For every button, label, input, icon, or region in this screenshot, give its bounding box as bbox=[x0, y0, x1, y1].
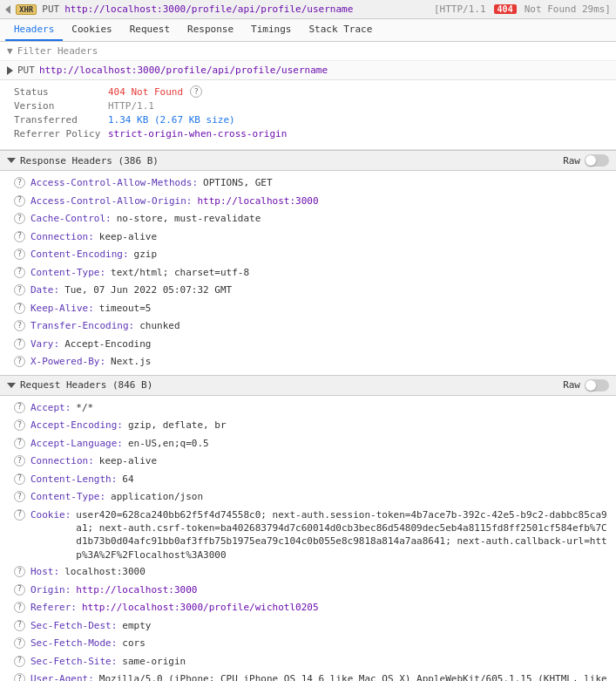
header-help-icon[interactable]: ? bbox=[14, 402, 25, 413]
request-header-row: ? Referer: http://localhost:3000/profile… bbox=[0, 599, 616, 617]
header-help-icon[interactable]: ? bbox=[14, 438, 25, 449]
header-help-icon[interactable]: ? bbox=[14, 338, 25, 350]
header-value: http://localhost:3000/profile/wichotl020… bbox=[82, 601, 319, 616]
header-value: OPTIONS, GET bbox=[203, 176, 272, 191]
summary-method: PUT bbox=[17, 65, 35, 76]
response-raw-toggle[interactable] bbox=[585, 154, 609, 167]
header-help-icon[interactable]: ? bbox=[14, 231, 25, 242]
request-header-row: ? Content-Type: application/json bbox=[0, 488, 616, 507]
response-header-row: ? X-Powered-By: Next.js bbox=[0, 353, 616, 371]
header-value: application/json bbox=[111, 490, 203, 505]
response-header-row: ? Connection: keep-alive bbox=[0, 228, 616, 247]
tab-timings[interactable]: Timings bbox=[242, 19, 300, 41]
header-value: cors bbox=[122, 637, 146, 651]
header-name: Cookie: bbox=[30, 508, 71, 523]
header-help-icon[interactable]: ? bbox=[14, 213, 25, 224]
header-help-icon[interactable]: ? bbox=[14, 195, 25, 207]
header-name: Access-Control-Allow-Methods: bbox=[30, 176, 198, 191]
header-name: Keep-Alive: bbox=[30, 302, 94, 317]
status-help-icon[interactable]: ? bbox=[190, 85, 202, 98]
request-header-row: ? User-Agent: Mozilla/5.0 (iPhone; CPU i… bbox=[0, 671, 616, 681]
header-help-icon[interactable]: ? bbox=[14, 320, 25, 331]
status-protocol: [HTTP/1.1 bbox=[434, 3, 486, 15]
header-name: Host: bbox=[30, 565, 59, 580]
header-name: Cache-Control: bbox=[30, 212, 112, 227]
response-header-row: ? Content-Type: text/html; charset=utf-8 bbox=[0, 264, 616, 283]
top-bar: XHR PUT http://localhost:3000/profile/ap… bbox=[0, 0, 616, 19]
header-help-icon[interactable]: ? bbox=[14, 566, 25, 577]
header-value: Mozilla/5.0 (iPhone; CPU iPhone OS 14_6 … bbox=[99, 672, 609, 681]
header-name: Sec-Fetch-Mode: bbox=[30, 637, 117, 651]
header-help-icon[interactable]: ? bbox=[14, 455, 25, 466]
header-name: Date: bbox=[30, 283, 59, 298]
header-help-icon[interactable]: ? bbox=[14, 249, 25, 260]
request-header-row: ? Sec-Fetch-Site: same-origin bbox=[0, 653, 616, 671]
status-label: Status bbox=[14, 86, 101, 98]
header-help-icon[interactable]: ? bbox=[14, 284, 25, 296]
request-header-row: ? Sec-Fetch-Dest: empty bbox=[0, 617, 616, 636]
tab-cookies[interactable]: Cookies bbox=[63, 19, 120, 41]
header-help-icon[interactable]: ? bbox=[14, 620, 25, 631]
header-name: Content-Encoding: bbox=[30, 248, 129, 262]
transferred-label: Transferred bbox=[14, 114, 101, 126]
request-method: PUT bbox=[42, 3, 59, 15]
request-summary[interactable]: PUT http://localhost:3000/profile/api/pr… bbox=[0, 61, 616, 80]
header-name: Accept-Encoding: bbox=[30, 419, 123, 433]
header-help-icon[interactable]: ? bbox=[14, 491, 25, 502]
header-value: Tue, 07 Jun 2022 05:07:32 GMT bbox=[64, 283, 232, 298]
header-value: gzip bbox=[134, 248, 158, 262]
header-help-icon[interactable]: ? bbox=[14, 656, 25, 667]
header-name: Access-Control-Allow-Origin: bbox=[30, 194, 192, 209]
tabs-bar: Headers Cookies Request Response Timings… bbox=[0, 19, 616, 42]
response-section-toggle[interactable] bbox=[7, 158, 16, 163]
header-value: gzip, deflate, br bbox=[128, 419, 227, 433]
expand-icon bbox=[7, 66, 13, 75]
response-headers-title: Response Headers (386 B) bbox=[20, 155, 159, 167]
version-label: Version bbox=[14, 100, 101, 112]
header-help-icon[interactable]: ? bbox=[14, 509, 25, 521]
response-header-row: ? Access-Control-Allow-Origin: http://lo… bbox=[0, 193, 616, 211]
response-headers-section-header: Response Headers (386 B) Raw bbox=[0, 150, 616, 171]
tab-stack-trace[interactable]: Stack Trace bbox=[300, 19, 381, 41]
request-section-toggle[interactable] bbox=[7, 383, 16, 388]
header-value: */* bbox=[76, 401, 93, 416]
request-header-row: ? Sec-Fetch-Mode: cors bbox=[0, 635, 616, 653]
header-name: Connection: bbox=[30, 454, 94, 469]
referrer-value: strict-origin-when-cross-origin bbox=[108, 128, 287, 140]
request-raw-toggle[interactable] bbox=[585, 379, 609, 392]
request-header-row: ? Accept: */* bbox=[0, 399, 616, 418]
header-value: empty bbox=[122, 619, 151, 634]
header-help-icon[interactable]: ? bbox=[14, 356, 25, 367]
request-header-row: ? Host: localhost:3000 bbox=[0, 563, 616, 582]
header-help-icon[interactable]: ? bbox=[14, 177, 25, 188]
header-value: text/html; charset=utf-8 bbox=[111, 266, 249, 281]
tab-headers[interactable]: Headers bbox=[5, 19, 63, 41]
header-help-icon[interactable]: ? bbox=[14, 473, 25, 485]
header-name: User-Agent: bbox=[30, 672, 94, 681]
header-help-icon[interactable]: ? bbox=[14, 637, 25, 649]
header-value: Next.js bbox=[111, 355, 151, 370]
response-header-row: ? Content-Encoding: gzip bbox=[0, 246, 616, 264]
header-name: Transfer-Encoding: bbox=[30, 319, 134, 334]
header-name: Connection: bbox=[30, 230, 94, 245]
header-value: http://localhost:3000 bbox=[76, 583, 197, 598]
header-help-icon[interactable]: ? bbox=[14, 602, 25, 613]
header-help-icon[interactable]: ? bbox=[14, 267, 25, 278]
header-help-icon[interactable]: ? bbox=[14, 673, 25, 681]
response-header-row: ? Keep-Alive: timeout=5 bbox=[0, 300, 616, 318]
header-value: timeout=5 bbox=[99, 302, 152, 317]
request-url: http://localhost:3000/profile/api/profil… bbox=[64, 3, 429, 15]
header-help-icon[interactable]: ? bbox=[14, 584, 25, 596]
header-name: Sec-Fetch-Dest: bbox=[30, 619, 117, 634]
request-headers-title: Request Headers (846 B) bbox=[20, 379, 152, 391]
header-value: localhost:3000 bbox=[64, 565, 146, 580]
tab-response[interactable]: Response bbox=[179, 19, 242, 41]
collapse-icon[interactable] bbox=[5, 5, 10, 14]
header-name: Origin: bbox=[30, 583, 71, 598]
header-value: chunked bbox=[139, 319, 179, 334]
response-header-row: ? Cache-Control: no-store, must-revalida… bbox=[0, 210, 616, 228]
header-value: keep-alive bbox=[99, 230, 157, 245]
tab-request[interactable]: Request bbox=[121, 19, 179, 41]
header-help-icon[interactable]: ? bbox=[14, 303, 25, 314]
header-help-icon[interactable]: ? bbox=[14, 419, 25, 431]
